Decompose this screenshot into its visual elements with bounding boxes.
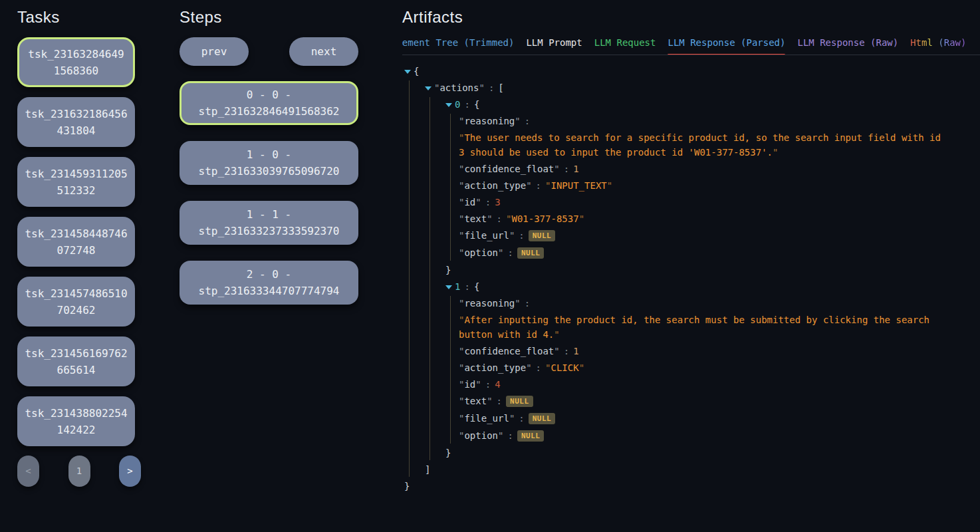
- json-key: action_type: [459, 362, 532, 373]
- json-key: actions: [434, 82, 485, 93]
- json-entry-row: confidence_float:1: [459, 162, 980, 176]
- close-brace: }: [445, 265, 451, 275]
- tab-llm-request[interactable]: LLM Request: [594, 37, 656, 49]
- artifacts-tab-bar: Element Tree (Trimmed)LLM PromptLLM Requ…: [402, 37, 980, 55]
- tab-llm-response-parsed[interactable]: LLM Response (Parsed): [668, 37, 785, 49]
- task-button[interactable]: tsk_231456169762665614: [17, 336, 135, 386]
- json-key: reasoning: [459, 298, 521, 309]
- task-button[interactable]: tsk_231459311205512332: [17, 157, 135, 207]
- json-entry-row: reasoning:: [459, 114, 980, 128]
- json-close-row: }: [445, 263, 980, 277]
- close-brace: }: [445, 448, 451, 458]
- task-button[interactable]: tsk_231457486510702462: [17, 277, 135, 327]
- collapse-arrow-icon[interactable]: [445, 279, 455, 294]
- close-bracket: ]: [425, 464, 430, 475]
- task-button[interactable]: tsk_231458448746072748: [17, 217, 135, 267]
- json-value-float: 1: [573, 164, 578, 174]
- colon-separator: :: [460, 281, 473, 292]
- pagination-page-button[interactable]: 1: [68, 456, 90, 487]
- json-object-children: reasoning:The user needs to search for a…: [450, 114, 980, 261]
- collapse-arrow-icon[interactable]: [425, 80, 434, 95]
- json-entry-row: confidence_float:1: [459, 344, 980, 358]
- null-badge: NULL: [529, 230, 556, 241]
- colon-separator: :: [532, 362, 545, 373]
- null-badge: NULL: [517, 247, 545, 259]
- tasks-pagination: < 1 >: [17, 456, 141, 487]
- json-entry-row: id:3: [459, 195, 980, 209]
- open-bracket: [: [498, 82, 503, 93]
- json-multiline-value-row: The user needs to search for a specific …: [459, 130, 944, 160]
- step-button[interactable]: 1 - 1 - stp_231633237333592370: [180, 201, 358, 245]
- json-multiline-value-row: After inputting the product id, the sear…: [459, 313, 944, 342]
- colon-separator: :: [532, 180, 545, 191]
- tab-llm-prompt[interactable]: LLM Prompt: [526, 37, 582, 49]
- json-key: confidence_float: [459, 164, 560, 174]
- json-tree-viewer: {actions:[0:{reasoning:The user needs to…: [402, 64, 980, 493]
- json-key: action_type: [459, 180, 532, 191]
- pagination-prev-button[interactable]: <: [17, 456, 39, 487]
- json-entry-row: file_url:NULL: [459, 411, 980, 426]
- json-value-string: W01-377-8537: [506, 213, 584, 224]
- step-label: 1 - 0 - stp_231633039765096720: [187, 146, 350, 180]
- steps-heading: Steps: [180, 8, 358, 27]
- triangle-glyph: [404, 70, 411, 74]
- prev-step-button[interactable]: prev: [180, 37, 249, 66]
- triangle-glyph: [445, 103, 452, 107]
- json-root-row: {: [404, 64, 980, 78]
- null-badge: NULL: [506, 396, 533, 407]
- colon-separator: :: [493, 213, 506, 224]
- colon-separator: :: [481, 379, 495, 390]
- null-badge: NULL: [517, 430, 545, 442]
- task-id-label: tsk_231456169762665614: [24, 345, 128, 378]
- task-id-label: tsk_231457486510702462: [24, 285, 128, 319]
- json-entry-row: text:W01-377-8537: [459, 211, 980, 226]
- json-key: text: [459, 213, 493, 224]
- tab-element-tree-trimmed[interactable]: Element Tree (Trimmed): [402, 37, 514, 49]
- step-label: 2 - 0 - stp_231633344707774794: [187, 266, 350, 299]
- json-entry-row: action_type:CLICK: [459, 360, 980, 375]
- json-key: file_url: [459, 230, 515, 241]
- task-button[interactable]: tsk_231632846491568360: [17, 37, 135, 87]
- collapse-arrow-icon[interactable]: [404, 64, 414, 78]
- steps-controls: prev next: [180, 37, 358, 66]
- artifacts-heading: Artifacts: [402, 8, 980, 27]
- tasks-panel: Tasks tsk_231632846491568360tsk_23163218…: [17, 0, 135, 487]
- task-id-label: tsk_231632186456431804: [24, 106, 128, 139]
- step-button[interactable]: 0 - 0 - stp_231632846491568362: [180, 81, 358, 125]
- step-button[interactable]: 1 - 0 - stp_231633039765096720: [180, 141, 358, 185]
- tab-html-raw[interactable]: Html (Raw): [910, 37, 966, 49]
- json-entry-row: text:NULL: [459, 394, 980, 409]
- task-id-label: tsk_231632846491568360: [26, 46, 126, 79]
- steps-panel: Steps prev next 0 - 0 - stp_231632846491…: [180, 0, 358, 305]
- json-key: reasoning: [459, 116, 521, 126]
- json-value-string: INPUT_TEXT: [545, 180, 612, 191]
- next-step-button[interactable]: next: [289, 37, 358, 66]
- task-id-label: tsk_231458448746072748: [24, 225, 128, 259]
- json-entry-row: id:4: [459, 377, 980, 392]
- json-close-row: }: [445, 446, 980, 460]
- step-button[interactable]: 2 - 0 - stp_231633344707774794: [180, 261, 358, 305]
- collapse-arrow-icon[interactable]: [445, 97, 455, 112]
- pagination-next-button[interactable]: >: [119, 456, 141, 487]
- task-id-label: tsk_231438802254142422: [24, 405, 128, 438]
- task-button[interactable]: tsk_231438802254142422: [17, 396, 135, 446]
- step-label: 0 - 0 - stp_231632846491568362: [189, 86, 348, 120]
- open-brace: {: [474, 99, 479, 110]
- json-close-row: }: [404, 479, 980, 493]
- json-key: confidence_float: [459, 346, 560, 356]
- colon-separator: :: [503, 430, 517, 441]
- colon-separator: :: [481, 197, 495, 207]
- tasks-heading: Tasks: [17, 8, 135, 27]
- colon-separator: :: [493, 396, 506, 406]
- tab-llm-response-raw[interactable]: LLM Response (Raw): [797, 37, 898, 49]
- colon-separator: :: [485, 82, 498, 93]
- json-entry-row: reasoning:: [459, 296, 980, 311]
- triangle-glyph: [425, 86, 431, 90]
- task-button[interactable]: tsk_231632186456431804: [17, 97, 135, 147]
- null-badge: NULL: [529, 413, 556, 424]
- json-array-children: 0:{reasoning:The user needs to search fo…: [429, 97, 980, 460]
- json-value-string: The user needs to search for a specific …: [459, 132, 941, 158]
- task-list: tsk_231632846491568360tsk_23163218645643…: [17, 37, 135, 446]
- json-object-row: 1:{: [445, 279, 980, 294]
- triangle-glyph: [445, 285, 452, 289]
